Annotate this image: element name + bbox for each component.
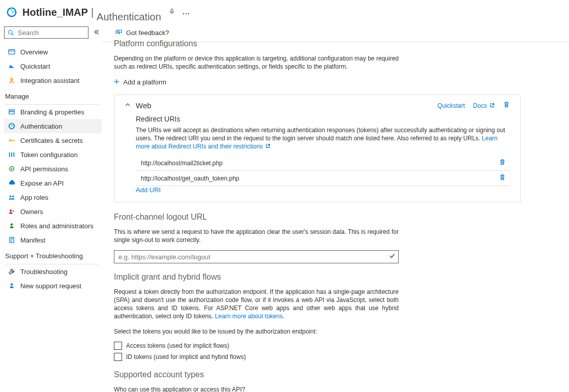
logout-heading: Front-channel logout URL bbox=[114, 213, 399, 222]
implicit-desc: Request a token directly from the author… bbox=[114, 288, 399, 320]
sidebar-item-expose-api[interactable]: Expose an API bbox=[4, 176, 102, 190]
svg-point-3 bbox=[188, 13, 190, 14]
access-tokens-checkbox[interactable]: Access tokens (used for implicit flows) bbox=[114, 342, 399, 350]
learn-tokens-link[interactable]: Learn more about tokens. bbox=[215, 313, 285, 320]
page-header: Hotline_IMAP | Authentication bbox=[0, 0, 569, 22]
svg-rect-6 bbox=[9, 110, 15, 111]
auth-icon bbox=[7, 123, 16, 130]
search-icon bbox=[8, 29, 14, 36]
sidebar-item-token-config[interactable]: Token configuration bbox=[4, 147, 102, 162]
sidebar-item-overview[interactable]: Overview bbox=[4, 45, 102, 59]
id-tokens-checkbox[interactable]: ID tokens (used for implicit and hybrid … bbox=[114, 353, 399, 361]
card-title: Web bbox=[136, 101, 429, 110]
redirect-uri-row[interactable]: http://localhost/mail2ticket.php bbox=[136, 156, 510, 171]
admin-icon bbox=[7, 222, 16, 229]
sidebar-item-manifest[interactable]: Manifest bbox=[4, 233, 102, 247]
implicit-heading: Implicit grant and hybrid flows bbox=[114, 273, 399, 282]
sidebar-item-api-permissions[interactable]: API permissions bbox=[4, 162, 102, 176]
svg-point-9 bbox=[9, 139, 12, 141]
api-icon bbox=[7, 165, 16, 172]
sidebar-item-troubleshooting[interactable]: Troubleshooting bbox=[4, 264, 102, 279]
key-icon bbox=[7, 137, 16, 144]
delete-platform-button[interactable] bbox=[503, 101, 510, 110]
collapse-card-icon[interactable] bbox=[125, 102, 131, 109]
redirect-uris-heading: Redirect URIs bbox=[136, 115, 510, 123]
external-link-icon bbox=[490, 103, 495, 108]
svg-point-18 bbox=[116, 30, 118, 32]
svg-point-12 bbox=[12, 196, 14, 198]
external-link-icon bbox=[265, 143, 271, 148]
overview-icon bbox=[7, 48, 16, 55]
collapse-sidebar-icon[interactable] bbox=[94, 29, 100, 37]
svg-point-1 bbox=[183, 13, 185, 14]
manifest-icon bbox=[7, 236, 16, 244]
svg-point-13 bbox=[10, 209, 12, 212]
sidebar-item-certificates[interactable]: Certificates & secrets bbox=[4, 133, 102, 147]
svg-point-17 bbox=[11, 283, 13, 285]
sliders-icon bbox=[7, 151, 16, 158]
quickstart-icon bbox=[7, 63, 16, 70]
svg-point-14 bbox=[13, 210, 14, 212]
redirect-uri-row[interactable]: http://localhost/get_oauth_token.php bbox=[136, 171, 510, 186]
sidebar-item-app-roles[interactable]: App roles bbox=[4, 190, 102, 204]
sidebar-group-manage: Manage bbox=[4, 87, 102, 102]
platform-config-heading: Platform configurations bbox=[114, 39, 559, 48]
page-title: Hotline_IMAP | Authentication bbox=[22, 2, 161, 23]
web-platform-card: Web Quickstart Docs Redirect URIs The UR… bbox=[114, 95, 521, 202]
sidebar-item-branding[interactable]: Branding & properties bbox=[4, 105, 102, 119]
svg-rect-5 bbox=[9, 50, 15, 54]
svg-point-2 bbox=[186, 13, 187, 14]
delete-uri-button[interactable] bbox=[497, 174, 508, 183]
rocket-icon bbox=[7, 77, 16, 84]
more-icon[interactable] bbox=[183, 9, 190, 16]
feedback-icon bbox=[114, 28, 122, 37]
docs-link[interactable]: Docs bbox=[473, 102, 495, 109]
svg-rect-7 bbox=[9, 112, 15, 114]
people-icon bbox=[7, 194, 16, 201]
platform-config-desc: Depending on the platform or device this… bbox=[114, 54, 399, 71]
logout-desc: This is where we send a request to have … bbox=[114, 228, 399, 244]
branding-icon bbox=[7, 108, 16, 115]
sidebar-group-support: Support + Troubleshooting bbox=[4, 247, 102, 262]
svg-point-15 bbox=[11, 223, 13, 225]
cloud-icon bbox=[7, 179, 16, 187]
wrench-icon bbox=[7, 268, 16, 275]
redirect-uris-desc: The URIs we will accept as destinations … bbox=[136, 126, 510, 150]
sidebar-item-roles-admins[interactable]: Roles and administrators bbox=[4, 219, 102, 233]
add-platform-button[interactable]: + Add a platform bbox=[114, 77, 559, 87]
app-logo-icon bbox=[6, 7, 17, 18]
select-tokens-label: Select the tokens you would like to be i… bbox=[114, 327, 399, 336]
account-types-desc: Who can use this application or access t… bbox=[114, 385, 399, 392]
add-uri-button[interactable]: Add URI bbox=[136, 186, 161, 194]
pin-icon[interactable] bbox=[168, 8, 175, 17]
sidebar-item-authentication[interactable]: Authentication bbox=[4, 119, 102, 133]
logout-url-input[interactable] bbox=[114, 250, 399, 263]
account-types-heading: Supported account types bbox=[114, 370, 399, 379]
sidebar-item-owners[interactable]: Owners bbox=[4, 204, 102, 219]
plus-icon: + bbox=[114, 77, 119, 87]
support-icon bbox=[7, 282, 16, 289]
sidebar-item-integration[interactable]: Integration assistant bbox=[4, 73, 102, 87]
svg-point-4 bbox=[9, 31, 13, 35]
sidebar-item-new-support[interactable]: New support request bbox=[4, 279, 102, 293]
delete-uri-button[interactable] bbox=[497, 159, 508, 167]
search-input[interactable] bbox=[4, 26, 88, 39]
main-content: Got feedback? Platform configurations De… bbox=[102, 22, 569, 392]
quickstart-link[interactable]: Quickstart bbox=[437, 102, 465, 109]
sidebar-item-quickstart[interactable]: Quickstart bbox=[4, 59, 102, 73]
check-icon bbox=[388, 252, 396, 261]
svg-point-11 bbox=[10, 196, 12, 198]
sidebar: Overview Quickstart Integration assistan… bbox=[0, 22, 102, 392]
owners-icon bbox=[7, 208, 16, 215]
